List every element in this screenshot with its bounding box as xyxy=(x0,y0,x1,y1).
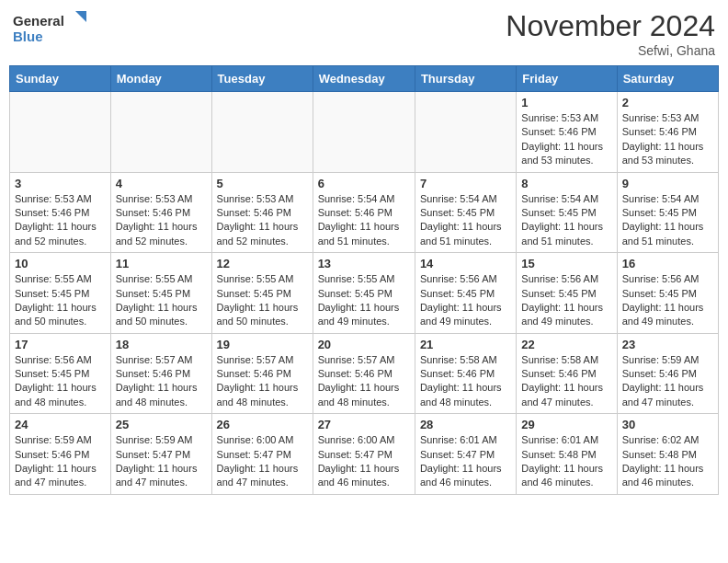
day-info: Sunrise: 5:56 AM Sunset: 5:45 PM Dayligh… xyxy=(521,272,611,329)
day-info: Sunrise: 5:53 AM Sunset: 5:46 PM Dayligh… xyxy=(217,192,308,249)
calendar-cell: 26Sunrise: 6:00 AM Sunset: 5:47 PM Dayli… xyxy=(211,414,313,495)
calendar-cell: 16Sunrise: 5:56 AM Sunset: 5:45 PM Dayli… xyxy=(617,253,718,334)
day-info: Sunrise: 5:57 AM Sunset: 5:46 PM Dayligh… xyxy=(318,353,410,410)
week-row-3: 10Sunrise: 5:55 AM Sunset: 5:45 PM Dayli… xyxy=(10,253,719,334)
day-number: 10 xyxy=(15,257,106,270)
week-row-5: 24Sunrise: 5:59 AM Sunset: 5:46 PM Dayli… xyxy=(10,414,719,495)
calendar-cell: 27Sunrise: 6:00 AM Sunset: 5:47 PM Dayli… xyxy=(313,414,415,495)
day-number: 26 xyxy=(217,418,308,431)
weekday-header-saturday: Saturday xyxy=(617,66,718,92)
calendar-cell: 14Sunrise: 5:56 AM Sunset: 5:45 PM Dayli… xyxy=(415,253,516,334)
day-number: 29 xyxy=(521,418,611,431)
calendar-cell xyxy=(110,92,211,173)
day-info: Sunrise: 5:56 AM Sunset: 5:45 PM Dayligh… xyxy=(15,353,106,410)
day-info: Sunrise: 5:59 AM Sunset: 5:46 PM Dayligh… xyxy=(15,433,106,490)
day-number: 24 xyxy=(15,418,106,431)
week-row-1: 1Sunrise: 5:53 AM Sunset: 5:46 PM Daylig… xyxy=(10,92,719,173)
day-info: Sunrise: 5:54 AM Sunset: 5:46 PM Dayligh… xyxy=(318,192,410,249)
day-number: 12 xyxy=(217,257,308,270)
calendar-cell: 29Sunrise: 6:01 AM Sunset: 5:48 PM Dayli… xyxy=(517,414,617,495)
day-number: 20 xyxy=(318,338,410,351)
day-number: 2 xyxy=(622,96,713,109)
calendar-cell xyxy=(415,92,516,173)
day-info: Sunrise: 5:55 AM Sunset: 5:45 PM Dayligh… xyxy=(217,272,308,329)
weekday-header-sunday: Sunday xyxy=(10,66,111,92)
day-info: Sunrise: 5:53 AM Sunset: 5:46 PM Dayligh… xyxy=(622,111,713,168)
day-number: 8 xyxy=(521,177,611,190)
day-info: Sunrise: 5:59 AM Sunset: 5:46 PM Dayligh… xyxy=(622,353,713,410)
day-info: Sunrise: 5:56 AM Sunset: 5:45 PM Dayligh… xyxy=(420,272,511,329)
day-info: Sunrise: 5:57 AM Sunset: 5:46 PM Dayligh… xyxy=(217,353,308,410)
calendar-cell: 4Sunrise: 5:53 AM Sunset: 5:46 PM Daylig… xyxy=(110,172,211,253)
day-info: Sunrise: 6:01 AM Sunset: 5:48 PM Dayligh… xyxy=(521,433,611,490)
day-number: 3 xyxy=(15,177,106,190)
day-info: Sunrise: 5:53 AM Sunset: 5:46 PM Dayligh… xyxy=(15,192,106,249)
day-info: Sunrise: 5:58 AM Sunset: 5:46 PM Dayligh… xyxy=(521,353,611,410)
logo-svg: General Blue xyxy=(13,9,86,46)
week-row-2: 3Sunrise: 5:53 AM Sunset: 5:46 PM Daylig… xyxy=(10,172,719,253)
logo: General Blue xyxy=(13,9,86,46)
day-info: Sunrise: 5:55 AM Sunset: 5:45 PM Dayligh… xyxy=(15,272,106,329)
calendar-cell: 13Sunrise: 5:55 AM Sunset: 5:45 PM Dayli… xyxy=(313,253,415,334)
calendar-cell: 28Sunrise: 6:01 AM Sunset: 5:47 PM Dayli… xyxy=(415,414,516,495)
calendar-cell xyxy=(313,92,415,173)
day-number: 4 xyxy=(116,177,207,190)
day-number: 25 xyxy=(116,418,207,431)
day-number: 18 xyxy=(116,338,207,351)
calendar-cell: 17Sunrise: 5:56 AM Sunset: 5:45 PM Dayli… xyxy=(10,333,111,414)
day-info: Sunrise: 5:53 AM Sunset: 5:46 PM Dayligh… xyxy=(521,111,611,168)
calendar-cell xyxy=(211,92,313,173)
day-number: 6 xyxy=(318,177,410,190)
calendar-cell: 12Sunrise: 5:55 AM Sunset: 5:45 PM Dayli… xyxy=(211,253,313,334)
day-number: 17 xyxy=(15,338,106,351)
calendar-cell: 1Sunrise: 5:53 AM Sunset: 5:46 PM Daylig… xyxy=(517,92,617,173)
weekday-header-monday: Monday xyxy=(110,66,211,92)
day-info: Sunrise: 5:58 AM Sunset: 5:46 PM Dayligh… xyxy=(420,353,511,410)
day-number: 19 xyxy=(217,338,308,351)
calendar-cell: 9Sunrise: 5:54 AM Sunset: 5:45 PM Daylig… xyxy=(617,172,718,253)
weekday-header-wednesday: Wednesday xyxy=(313,66,415,92)
day-number: 5 xyxy=(217,177,308,190)
calendar-cell: 25Sunrise: 5:59 AM Sunset: 5:47 PM Dayli… xyxy=(110,414,211,495)
day-number: 1 xyxy=(521,96,611,109)
day-info: Sunrise: 5:54 AM Sunset: 5:45 PM Dayligh… xyxy=(521,192,611,249)
day-number: 7 xyxy=(420,177,511,190)
calendar-cell: 24Sunrise: 5:59 AM Sunset: 5:46 PM Dayli… xyxy=(10,414,111,495)
day-info: Sunrise: 5:56 AM Sunset: 5:45 PM Dayligh… xyxy=(622,272,713,329)
calendar-cell: 18Sunrise: 5:57 AM Sunset: 5:46 PM Dayli… xyxy=(110,333,211,414)
weekday-header-row: SundayMondayTuesdayWednesdayThursdayFrid… xyxy=(10,66,719,92)
day-number: 14 xyxy=(420,257,511,270)
day-info: Sunrise: 5:55 AM Sunset: 5:45 PM Dayligh… xyxy=(318,272,410,329)
weekday-header-thursday: Thursday xyxy=(415,66,516,92)
day-number: 22 xyxy=(521,338,611,351)
day-number: 16 xyxy=(622,257,713,270)
day-number: 15 xyxy=(521,257,611,270)
day-number: 13 xyxy=(318,257,410,270)
calendar-cell: 15Sunrise: 5:56 AM Sunset: 5:45 PM Dayli… xyxy=(517,253,617,334)
month-title: November 2024 xyxy=(506,9,715,43)
weekday-header-friday: Friday xyxy=(517,66,617,92)
day-number: 21 xyxy=(420,338,511,351)
day-number: 30 xyxy=(622,418,713,431)
svg-marker-2 xyxy=(75,11,86,22)
day-info: Sunrise: 6:00 AM Sunset: 5:47 PM Dayligh… xyxy=(217,433,308,490)
location: Sefwi, Ghana xyxy=(506,43,715,58)
page-header: General Blue November 2024 Sefwi, Ghana xyxy=(9,9,719,58)
calendar-cell: 8Sunrise: 5:54 AM Sunset: 5:45 PM Daylig… xyxy=(517,172,617,253)
title-area: November 2024 Sefwi, Ghana xyxy=(506,9,715,58)
svg-text:Blue: Blue xyxy=(13,29,43,44)
weekday-header-tuesday: Tuesday xyxy=(211,66,313,92)
calendar-cell: 21Sunrise: 5:58 AM Sunset: 5:46 PM Dayli… xyxy=(415,333,516,414)
day-number: 28 xyxy=(420,418,511,431)
day-info: Sunrise: 5:54 AM Sunset: 5:45 PM Dayligh… xyxy=(622,192,713,249)
day-number: 23 xyxy=(622,338,713,351)
day-info: Sunrise: 6:02 AM Sunset: 5:48 PM Dayligh… xyxy=(622,433,713,490)
day-number: 11 xyxy=(116,257,207,270)
calendar-cell: 19Sunrise: 5:57 AM Sunset: 5:46 PM Dayli… xyxy=(211,333,313,414)
calendar-cell: 6Sunrise: 5:54 AM Sunset: 5:46 PM Daylig… xyxy=(313,172,415,253)
day-info: Sunrise: 5:59 AM Sunset: 5:47 PM Dayligh… xyxy=(116,433,207,490)
calendar-cell: 5Sunrise: 5:53 AM Sunset: 5:46 PM Daylig… xyxy=(211,172,313,253)
calendar-cell: 23Sunrise: 5:59 AM Sunset: 5:46 PM Dayli… xyxy=(617,333,718,414)
calendar-table: SundayMondayTuesdayWednesdayThursdayFrid… xyxy=(9,65,719,495)
day-number: 9 xyxy=(622,177,713,190)
